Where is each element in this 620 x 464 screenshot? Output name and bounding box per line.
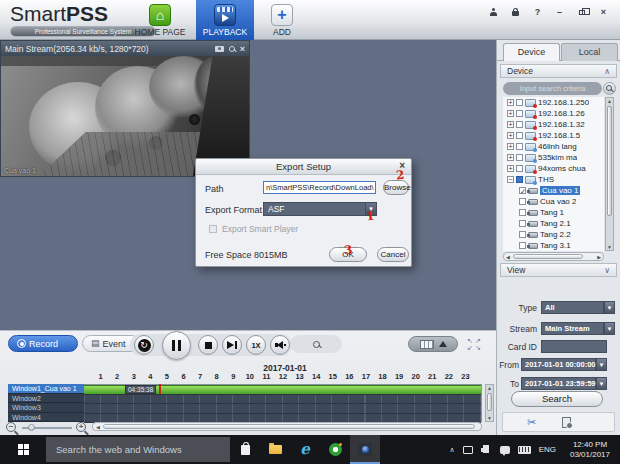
tree-item-192-168-1-32[interactable]: +192.168.1.32: [503, 119, 604, 130]
tree-item-192-168-1-250[interactable]: +192.168.1.250: [503, 97, 604, 108]
device-search-input[interactable]: Input search criteria: [503, 82, 602, 95]
restore-button[interactable]: [575, 6, 588, 18]
tree-item-94xoms-chua[interactable]: +94xoms chua: [503, 163, 604, 174]
tree-expander-icon[interactable]: −: [507, 176, 514, 183]
timeline-row-label[interactable]: Window3: [8, 403, 84, 413]
smart-player-checkbox[interactable]: [209, 225, 217, 233]
tray-expand-icon[interactable]: ∧: [450, 446, 455, 454]
tab-device[interactable]: Device: [503, 43, 560, 61]
tree-item-ths[interactable]: −THS: [503, 174, 604, 185]
timeline-row-track[interactable]: [84, 395, 481, 405]
to-datetime[interactable]: 2017-01-01 23:59:59: [521, 377, 596, 390]
taskbar-search-input[interactable]: Search the web and Windows: [46, 437, 230, 462]
path-input[interactable]: n\SmartPSS\Record\DownLoad\: [263, 181, 376, 194]
timeline-vertical-scrollbar[interactable]: ▲▼: [485, 384, 494, 422]
taskbar-explorer-button[interactable]: [260, 435, 290, 464]
tree-expander-icon[interactable]: +: [507, 143, 514, 150]
tab-record[interactable]: Record: [8, 335, 78, 352]
tree-expander-icon[interactable]: +: [507, 110, 514, 117]
tree-checkbox[interactable]: [516, 154, 523, 161]
help-button[interactable]: ?: [531, 6, 544, 18]
card-id-input[interactable]: [541, 340, 607, 353]
type-dropdown-arrow-icon[interactable]: ▼: [604, 301, 615, 314]
type-dropdown[interactable]: All: [541, 301, 604, 314]
tree-expander-icon[interactable]: +: [507, 121, 514, 128]
tree-checkbox[interactable]: [516, 132, 523, 139]
video-window-1[interactable]: Main Stream(2056.34 kb/s, 1280*720) × Cu…: [0, 40, 250, 177]
view-section-header[interactable]: View∨: [500, 263, 617, 277]
timeline-row-label[interactable]: Window4: [8, 413, 84, 423]
tree-checkbox[interactable]: [516, 110, 523, 117]
timeline-row-label[interactable]: Window1_Cua vao 1: [8, 384, 84, 394]
display-icon[interactable]: [463, 446, 473, 454]
from-dropdown-arrow-icon[interactable]: ▼: [596, 358, 607, 371]
tree-expander-icon[interactable]: +: [507, 132, 514, 139]
export-file-icon[interactable]: [562, 417, 571, 428]
tab-local[interactable]: Local: [561, 43, 618, 61]
to-dropdown-arrow-icon[interactable]: ▼: [596, 377, 607, 390]
timeline-zoom-out-icon[interactable]: −: [6, 422, 16, 432]
close-button[interactable]: ×: [597, 6, 610, 18]
stream-dropdown-arrow-icon[interactable]: ▼: [604, 322, 615, 335]
taskbar-store-button[interactable]: [230, 435, 260, 464]
tree-horizontal-scrollbar[interactable]: ◀▶: [503, 252, 604, 261]
tree-checkbox[interactable]: [516, 176, 523, 183]
tree-expander-icon[interactable]: +: [507, 154, 514, 161]
speed-button[interactable]: 1X: [246, 335, 266, 355]
digital-zoom-icon[interactable]: [229, 46, 235, 52]
tab-home-page[interactable]: ⌂ HOME PAGE: [128, 0, 192, 40]
sync-play-button[interactable]: ↻: [134, 335, 154, 355]
layout-selector[interactable]: [408, 336, 458, 352]
from-datetime[interactable]: 2017-01-01 00:00:00: [521, 358, 596, 371]
search-button[interactable]: Search: [511, 391, 603, 407]
tree-expander-icon[interactable]: +: [507, 99, 514, 106]
stream-dropdown[interactable]: Main Stream: [541, 322, 604, 335]
comment-icon[interactable]: [500, 446, 510, 454]
tree-item-cua-vao-2[interactable]: Cua vao 2: [503, 196, 604, 207]
tree-item-192-168-1-5[interactable]: +192.168.1.5: [503, 130, 604, 141]
taskbar-clock[interactable]: 12:40 PM 03/01/2017: [564, 440, 616, 460]
tree-item-tang-1[interactable]: Tang 1: [503, 207, 604, 218]
timeline-zoom-button[interactable]: [290, 335, 342, 353]
timeline-horizontal-scrollbar[interactable]: ◀: [92, 422, 482, 431]
close-video-icon[interactable]: ×: [240, 44, 245, 54]
volume-button[interactable]: [270, 335, 290, 355]
search-icon[interactable]: [603, 82, 616, 95]
language-indicator[interactable]: ENG: [539, 445, 556, 454]
tree-checkbox[interactable]: [519, 209, 526, 216]
tray-speaker-icon[interactable]: [481, 445, 492, 454]
lock-icon[interactable]: [509, 6, 522, 18]
snapshot-icon[interactable]: [215, 46, 224, 52]
start-button[interactable]: [0, 435, 46, 464]
tab-playback[interactable]: PLAYBACK: [196, 0, 254, 40]
tree-checkbox[interactable]: ✓: [519, 187, 526, 194]
tree-checkbox[interactable]: [516, 121, 523, 128]
user-icon[interactable]: [487, 6, 500, 18]
playhead-marker[interactable]: [159, 384, 161, 394]
tree-checkbox[interactable]: [519, 198, 526, 205]
tree-expander-icon[interactable]: +: [507, 165, 514, 172]
tree-item-tang-3-1[interactable]: Tang 3.1: [503, 240, 604, 251]
tree-item-tang-2-1[interactable]: Tang 2.1: [503, 218, 604, 229]
timeline-row-track[interactable]: [84, 404, 481, 414]
timeline-zoom-in-icon[interactable]: +: [76, 422, 86, 432]
clip-scissors-icon[interactable]: ✂: [527, 417, 536, 428]
tree-checkbox[interactable]: [519, 242, 526, 249]
export-format-dropdown[interactable]: ASF ▼: [263, 202, 377, 216]
taskbar-ie-button[interactable]: e: [290, 435, 320, 464]
keyboard-icon[interactable]: [518, 446, 531, 454]
cancel-button[interactable]: Cancel: [377, 247, 409, 262]
next-frame-button[interactable]: [222, 335, 242, 355]
tree-vertical-scrollbar[interactable]: ▲▼: [605, 97, 614, 251]
fullscreen-button[interactable]: ↖↗↙↘: [466, 337, 482, 351]
taskbar-smartpss-button[interactable]: [350, 435, 380, 464]
minimize-button[interactable]: –: [553, 6, 566, 18]
stop-button[interactable]: [198, 335, 218, 355]
tree-checkbox[interactable]: [516, 99, 523, 106]
tree-item-tang-2-2[interactable]: Tang 2.2: [503, 229, 604, 240]
device-section-header[interactable]: Device∧: [500, 64, 617, 78]
tree-checkbox[interactable]: [516, 165, 523, 172]
tree-checkbox[interactable]: [516, 143, 523, 150]
tree-item-cua-vao-1[interactable]: ✓Cua vao 1: [503, 185, 604, 196]
tree-checkbox[interactable]: [519, 231, 526, 238]
